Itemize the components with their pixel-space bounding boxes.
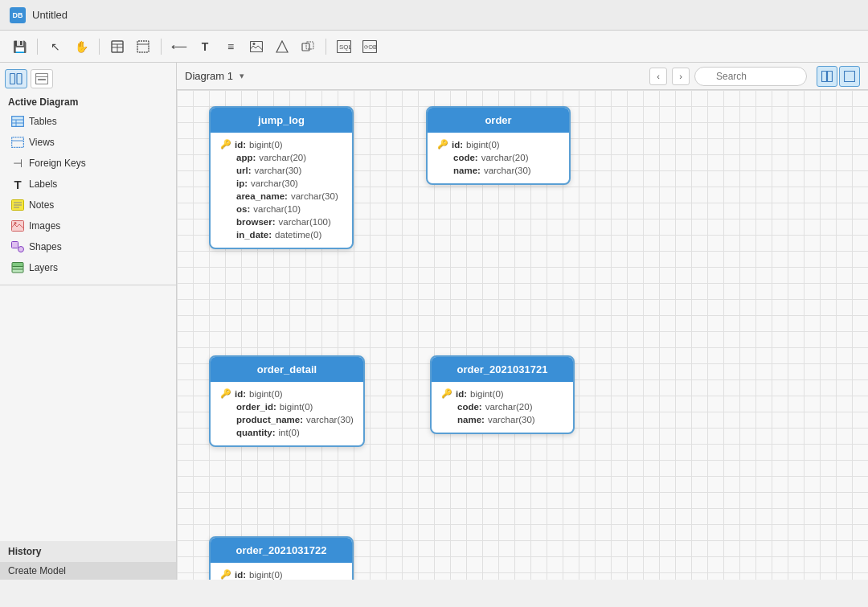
table-row[interactable]: product_name: varchar(30) (220, 413, 354, 426)
search-input[interactable] (694, 67, 807, 86)
table-row[interactable]: 🔑id: bigint(0) (220, 137, 342, 151)
sidebar-item-shapes[interactable]: Shapes (3, 237, 173, 256)
split-view-btn[interactable] (817, 66, 837, 87)
field-name: ip: (236, 178, 248, 188)
sidebar-item-views[interactable]: Views (3, 133, 173, 152)
table-body-order_2021031721: 🔑id: bigint(0)code: varchar(20)name: var… (432, 382, 573, 433)
table-row[interactable]: code: varchar(20) (441, 400, 563, 413)
field-name: in_date: (236, 230, 272, 240)
field-type: varchar(20) (481, 153, 529, 162)
svg-rect-39 (845, 71, 855, 81)
svg-rect-9 (302, 43, 309, 51)
field-type: varchar(30) (484, 166, 531, 175)
svg-rect-15 (10, 74, 15, 84)
key-icon: 🔑 (220, 569, 231, 580)
diagram-toolbar: Diagram 1 ▾ ‹ › 🔍 (177, 63, 868, 90)
table-row[interactable]: 🔑id: bigint(0) (441, 387, 563, 400)
db-table-order_detail[interactable]: order_detail🔑id: bigint(0)order_id: bigi… (209, 355, 365, 447)
table-row[interactable]: app: varchar(20) (220, 151, 342, 164)
db-table-order[interactable]: order🔑id: bigint(0)code: varchar(20)name… (426, 106, 571, 185)
sidebar-item-images[interactable]: Images (3, 216, 173, 236)
views-icon (11, 136, 24, 149)
svg-point-7 (253, 43, 256, 45)
table-row[interactable]: name: varchar(30) (437, 164, 559, 177)
images-icon (11, 219, 24, 232)
group-tool[interactable] (297, 35, 319, 58)
window-title: Untitled (32, 9, 68, 21)
table-body-order: 🔑id: bigint(0)code: varchar(20)name: var… (428, 133, 569, 183)
table-row[interactable]: name: varchar(30) (441, 413, 563, 426)
import-tool[interactable]: SQL (333, 35, 355, 58)
table-row[interactable]: code: varchar(20) (437, 151, 559, 164)
export-tool[interactable]: ⟳DB (358, 35, 381, 58)
field-type: bigint(0) (466, 140, 500, 150)
canvas[interactable]: jump_log🔑id: bigint(0)app: varchar(20)ur… (177, 90, 868, 580)
field-type: bigint(0) (249, 140, 283, 150)
save-button[interactable]: 💾 (8, 35, 31, 58)
field-type: varchar(30) (255, 166, 302, 175)
table-row[interactable]: ip: varchar(30) (220, 177, 342, 190)
svg-rect-20 (12, 117, 24, 127)
table-row[interactable]: 🔑id: bigint(0) (437, 137, 559, 151)
sidebar-tab-diagram[interactable] (5, 69, 27, 88)
history-item-create-model[interactable]: Create Model (0, 562, 176, 580)
sidebar-item-tables[interactable]: Tables (3, 112, 173, 131)
db-table-order_2021031722[interactable]: order_2021031722🔑id: bigint(0) (209, 536, 354, 580)
table-row[interactable]: area_name: varchar(30) (220, 190, 342, 203)
table-row[interactable]: url: varchar(30) (220, 164, 342, 177)
field-name: os: (236, 204, 250, 214)
hand-tool[interactable]: ✋ (70, 35, 92, 58)
sidebar-section-title: Active Diagram (0, 92, 176, 111)
label-tool[interactable]: ≡ (219, 35, 242, 58)
table-header-order: order (428, 108, 569, 133)
field-name: name: (453, 166, 481, 175)
field-name: id: (235, 389, 246, 399)
table-tool[interactable] (106, 35, 129, 58)
sidebar-item-foreign-keys[interactable]: ⊣ Foreign Keys (3, 154, 173, 173)
field-type: varchar(30) (251, 178, 298, 188)
title-bar: DB Untitled (0, 0, 868, 31)
sidebar-item-labels[interactable]: T Labels (3, 174, 173, 194)
table-body-order_2021031722: 🔑id: bigint(0) (211, 563, 352, 580)
field-name: url: (236, 166, 252, 175)
toolbar-sep-4 (326, 39, 326, 55)
full-view-btn[interactable] (839, 66, 860, 87)
table-row[interactable]: 🔑id: bigint(0) (220, 568, 342, 580)
table-row[interactable]: quantity: int(0) (220, 426, 354, 439)
pointer-tool[interactable]: ↖ (44, 35, 67, 58)
sidebar-item-layers[interactable]: Layers (3, 258, 173, 277)
sidebar-tab-properties[interactable] (31, 69, 53, 88)
shape-tool[interactable] (271, 35, 293, 58)
field-name: name: (457, 415, 485, 424)
sidebar-label-labels: Labels (29, 178, 57, 190)
main-layout: Active Diagram Tables Views ⊣ Foreign Ke… (0, 63, 868, 580)
field-name: id: (235, 140, 246, 150)
table-row[interactable]: os: varchar(10) (220, 203, 342, 215)
diagram-dropdown-arrow[interactable]: ▾ (240, 71, 244, 81)
layers-icon (11, 261, 24, 274)
sidebar-divider (0, 285, 176, 285)
field-name: app: (236, 153, 256, 162)
diagram-next-btn[interactable]: › (672, 68, 690, 85)
table-row[interactable]: in_date: datetime(0) (220, 228, 342, 241)
sidebar-label-layers: Layers (29, 262, 58, 273)
view-tool[interactable] (132, 35, 154, 58)
field-type: bigint(0) (249, 570, 283, 580)
table-row[interactable]: order_id: bigint(0) (220, 400, 354, 413)
toolbar-sep-1 (37, 39, 38, 55)
sidebar-item-notes[interactable]: Notes (3, 195, 173, 215)
table-row[interactable]: browser: varchar(100) (220, 215, 342, 228)
line-tool[interactable]: ⟵ (168, 35, 190, 58)
field-type: bigint(0) (280, 402, 313, 412)
image-tool[interactable] (245, 35, 268, 58)
diagram-area: Diagram 1 ▾ ‹ › 🔍 jump_log🔑id: bigint(0)… (177, 63, 868, 580)
sidebar-label-tables: Tables (29, 116, 57, 127)
table-row[interactable]: 🔑id: bigint(0) (220, 387, 354, 400)
db-table-jump_log[interactable]: jump_log🔑id: bigint(0)app: varchar(20)ur… (209, 106, 354, 249)
history-title: History (0, 541, 176, 562)
svg-rect-16 (17, 74, 22, 84)
toolbar-sep-2 (99, 39, 100, 55)
db-table-order_2021031721[interactable]: order_2021031721🔑id: bigint(0)code: varc… (430, 355, 575, 434)
text-tool[interactable]: T (194, 35, 216, 58)
diagram-prev-btn[interactable]: ‹ (649, 68, 667, 85)
